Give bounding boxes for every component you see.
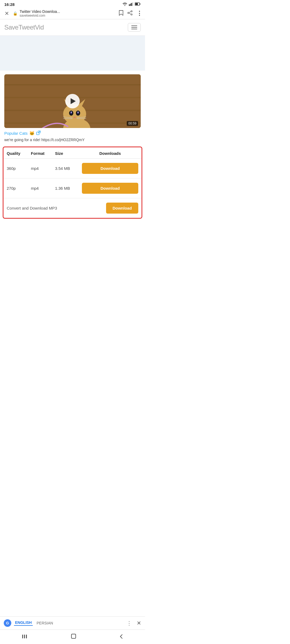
play-triangle-icon <box>71 98 76 104</box>
video-thumbnail[interactable]: 00:59 <box>4 74 141 128</box>
svg-rect-5 <box>135 3 138 5</box>
svg-rect-1 <box>130 4 131 6</box>
svg-point-8 <box>131 14 132 15</box>
svg-point-29 <box>78 112 78 113</box>
lock-icon: 🔒 <box>13 11 17 16</box>
table-header: Quality Format Size Downloads <box>3 147 142 159</box>
download-button-mp3[interactable]: Download <box>106 203 138 214</box>
battery-icon <box>135 2 141 6</box>
download-button-270p[interactable]: Download <box>82 183 138 194</box>
browser-actions: ⋮ <box>119 10 142 17</box>
browser-close-button[interactable]: ✕ <box>3 10 11 17</box>
browser-title: Twitter Video Downloa... <box>20 9 117 14</box>
external-link-icon[interactable] <box>36 131 41 136</box>
channel-name[interactable]: Popular Cats <box>4 131 28 136</box>
quality-270p: 270p <box>7 186 31 191</box>
table-row-mp3: Convert and Download MP3 Download <box>3 198 142 218</box>
play-button[interactable] <box>65 94 80 108</box>
format-270p: mp4 <box>31 186 55 191</box>
status-bar: 16:28 <box>0 0 145 8</box>
share-icon[interactable] <box>127 10 133 17</box>
format-360p: mp4 <box>31 166 55 171</box>
header-quality: Quality <box>7 151 31 156</box>
svg-rect-2 <box>131 3 132 6</box>
header-format: Format <box>31 151 55 156</box>
mp3-label: Convert and Download MP3 <box>7 206 106 210</box>
header-size: Size <box>55 151 82 156</box>
svg-rect-0 <box>129 4 130 6</box>
svg-point-7 <box>131 10 132 12</box>
status-icons <box>122 2 141 7</box>
ad-banner <box>0 36 145 71</box>
hamburger-line-3 <box>131 29 137 29</box>
video-description: we're going for a ride! https://t.co/jHO… <box>4 137 141 143</box>
size-360p: 3.54 MB <box>55 166 82 171</box>
channel-emoji: 🐱 <box>29 131 35 136</box>
video-duration: 00:59 <box>127 121 138 126</box>
svg-point-28 <box>71 112 72 113</box>
bookmark-icon[interactable] <box>119 10 124 17</box>
svg-line-11 <box>129 13 131 14</box>
site-header: SaveTweetVid <box>0 19 145 36</box>
browser-domain: savetweetvid.com <box>20 14 117 17</box>
table-row-270p: 270p mp4 1.36 MB Download <box>3 178 142 198</box>
more-icon[interactable]: ⋮ <box>136 10 142 17</box>
channel-row: Popular Cats 🐱 <box>4 131 141 136</box>
svg-rect-15 <box>4 84 141 86</box>
quality-360p: 360p <box>7 166 31 171</box>
site-logo: SaveTweetVid <box>4 24 44 31</box>
download-button-360p[interactable]: Download <box>82 163 138 174</box>
signal-icon <box>129 2 133 7</box>
browser-toolbar: ✕ 🔒 Twitter Video Downloa... savetweetvi… <box>0 8 145 19</box>
status-time: 16:28 <box>4 2 15 7</box>
table-row-360p: 360p mp4 3.54 MB Download <box>3 159 142 178</box>
svg-rect-6 <box>140 3 140 5</box>
download-table: Quality Format Size Downloads 360p mp4 3… <box>3 147 142 219</box>
hamburger-line-2 <box>131 27 137 28</box>
browser-url-area[interactable]: Twitter Video Downloa... savetweetvid.co… <box>20 9 117 17</box>
wifi-icon <box>122 2 127 7</box>
svg-rect-3 <box>133 2 133 6</box>
hamburger-menu-button[interactable] <box>128 23 141 32</box>
video-container: 00:59 Popular Cats 🐱 we're going for a r… <box>0 71 145 143</box>
svg-point-9 <box>128 12 129 13</box>
svg-line-10 <box>129 12 131 13</box>
size-270p: 1.36 MB <box>55 186 82 191</box>
hamburger-line-1 <box>131 25 137 26</box>
header-downloads: Downloads <box>82 151 138 156</box>
